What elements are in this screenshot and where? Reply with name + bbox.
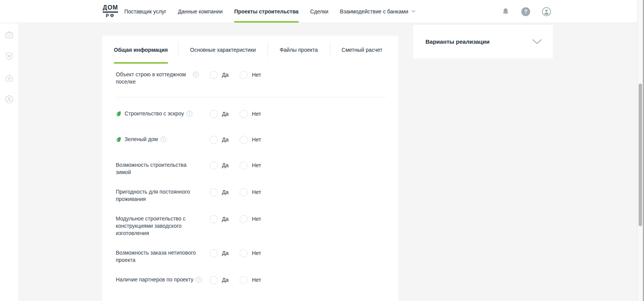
radio-no[interactable]: Нет xyxy=(240,249,261,257)
radio-yes-circle[interactable] xyxy=(210,71,218,79)
radio-yes-circle[interactable] xyxy=(210,249,218,257)
implementation-options-panel[interactable]: Варианты реализации xyxy=(413,25,553,58)
logo-text-top: ДОМ xyxy=(103,5,118,13)
radio-yes[interactable]: Да xyxy=(210,136,228,144)
radio-no-circle[interactable] xyxy=(240,136,248,144)
person-circle-icon[interactable] xyxy=(4,94,14,104)
nav-item-company-data[interactable]: Данные компании xyxy=(172,0,228,23)
row-label: Возможность заказа нетипового проекта xyxy=(116,249,196,264)
radio-yes-label: Да xyxy=(222,71,228,79)
shield-icon[interactable] xyxy=(4,51,14,61)
nav-item-construction-projects[interactable]: Проекты строительства xyxy=(228,0,304,23)
house-heart-icon[interactable] xyxy=(4,73,14,83)
radio-yes[interactable]: Да xyxy=(210,215,228,223)
scrollbar-thumb[interactable] xyxy=(639,84,642,226)
radio-no-circle[interactable] xyxy=(240,215,248,223)
row-label-cell: Строительство с эскроу i xyxy=(116,110,210,117)
radio-no[interactable]: Нет xyxy=(240,215,261,223)
nav-item-label: Данные компании xyxy=(178,8,223,15)
row-divider xyxy=(116,97,386,97)
radio-no[interactable]: Нет xyxy=(240,71,261,79)
bell-icon[interactable] xyxy=(501,7,510,16)
radio-no-circle[interactable] xyxy=(240,276,248,284)
nav-item-label: Сделки xyxy=(310,8,329,15)
radio-yes-circle[interactable] xyxy=(210,110,218,118)
radio-no[interactable]: Нет xyxy=(240,161,261,169)
domrf-logo[interactable]: ДОМ РФ xyxy=(103,5,118,18)
form-row: Возможность строительства зимой Да Нет xyxy=(116,161,386,176)
radio-yes-label: Да xyxy=(222,110,228,118)
help-question-mark: ? xyxy=(521,7,530,16)
radio-yes-circle[interactable] xyxy=(210,161,218,169)
tab-estimate[interactable]: Сметный расчет xyxy=(330,36,394,64)
radio-no-circle[interactable] xyxy=(240,249,248,257)
app-screen: ДОМ РФ Поставщик услуг Данные компании П… xyxy=(0,0,644,301)
nav-item-label: Поставщик услуг xyxy=(124,8,166,15)
radio-no[interactable]: Нет xyxy=(240,276,261,284)
info-icon[interactable]: i xyxy=(196,277,202,283)
radio-yes[interactable]: Да xyxy=(210,188,228,196)
radio-no-circle[interactable] xyxy=(240,188,248,196)
yes-no-radio-group: Да Нет xyxy=(210,136,261,144)
radio-no-circle[interactable] xyxy=(240,110,248,118)
radio-yes-circle[interactable] xyxy=(210,215,218,223)
form-row: Возможность заказа нетипового проекта Да… xyxy=(116,249,386,264)
briefcase-icon[interactable] xyxy=(4,30,14,40)
row-label-cell: Наличие партнеров по проекту i xyxy=(116,276,210,283)
row-label: Наличие партнеров по проекту xyxy=(116,276,193,283)
nav-item-deals[interactable]: Сделки xyxy=(304,0,334,23)
form-row: Объект строю в коттеджном поселке i Да Н… xyxy=(116,71,386,86)
tab-general-info[interactable]: Общая информация xyxy=(102,36,178,64)
tab-main-characteristics[interactable]: Основные характеристики xyxy=(178,36,268,64)
row-label: Пригодность для постоянного проживания xyxy=(116,188,190,203)
radio-yes[interactable]: Да xyxy=(210,161,228,169)
radio-yes[interactable]: Да xyxy=(210,71,228,79)
radio-yes-circle[interactable] xyxy=(210,136,218,144)
top-navigation-bar: ДОМ РФ Поставщик услуг Данные компании П… xyxy=(0,0,644,23)
radio-yes-label: Да xyxy=(222,136,228,143)
radio-no-label: Нет xyxy=(252,250,261,257)
project-detail-card: Общая информация Основные характеристики… xyxy=(102,36,398,301)
help-icon[interactable]: ? xyxy=(521,7,530,16)
vertical-scrollbar[interactable] xyxy=(637,0,643,301)
leaf-icon xyxy=(116,111,122,117)
row-label-cell: Возможность строительства зимой xyxy=(116,161,210,176)
row-label-cell: Пригодность для постоянного проживания xyxy=(116,188,210,203)
yes-no-radio-group: Да Нет xyxy=(210,249,261,257)
chevron-down-icon xyxy=(532,39,542,44)
radio-no[interactable]: Нет xyxy=(240,136,261,144)
form-row: Наличие партнеров по проекту i Да Нет xyxy=(116,276,386,284)
nav-item-services[interactable]: Поставщик услуг xyxy=(118,0,172,23)
radio-yes[interactable]: Да xyxy=(210,110,228,118)
radio-no[interactable]: Нет xyxy=(240,110,261,118)
radio-no-label: Нет xyxy=(252,215,261,223)
row-label: Зеленый дом xyxy=(125,136,158,143)
form-row: Строительство с эскроу i Да Нет xyxy=(116,110,386,118)
info-icon[interactable]: i xyxy=(161,137,166,142)
tab-label: Сметный расчет xyxy=(342,47,382,53)
radio-yes-circle[interactable] xyxy=(210,188,218,196)
radio-yes-label: Да xyxy=(222,250,228,257)
radio-no-circle[interactable] xyxy=(240,71,248,79)
tab-label: Основные характеристики xyxy=(190,47,256,53)
user-avatar-icon[interactable] xyxy=(542,7,551,16)
radio-yes-label: Да xyxy=(222,215,228,223)
radio-no-label: Нет xyxy=(252,276,261,284)
leaf-icon xyxy=(116,137,122,142)
info-icon[interactable]: i xyxy=(187,111,192,117)
radio-yes[interactable]: Да xyxy=(210,276,228,284)
row-label: Модульное строительство с конструкциями … xyxy=(116,215,186,237)
info-icon[interactable]: i xyxy=(193,72,199,77)
tab-label: Общая информация xyxy=(114,47,168,53)
radio-no-circle[interactable] xyxy=(240,161,248,169)
radio-yes[interactable]: Да xyxy=(210,249,228,257)
left-icon-sidebar xyxy=(0,23,19,301)
tab-label: Файлы проекта xyxy=(279,47,318,53)
nav-item-bank-interaction[interactable]: Взаимодействие с банками xyxy=(334,0,421,23)
radio-yes-circle[interactable] xyxy=(210,276,218,284)
radio-no[interactable]: Нет xyxy=(240,188,261,196)
tab-project-files[interactable]: Файлы проекта xyxy=(268,36,330,64)
form-row: Зеленый дом i Да Нет xyxy=(116,136,386,144)
yes-no-radio-group: Да Нет xyxy=(210,71,261,79)
panel-title: Варианты реализации xyxy=(426,38,490,45)
